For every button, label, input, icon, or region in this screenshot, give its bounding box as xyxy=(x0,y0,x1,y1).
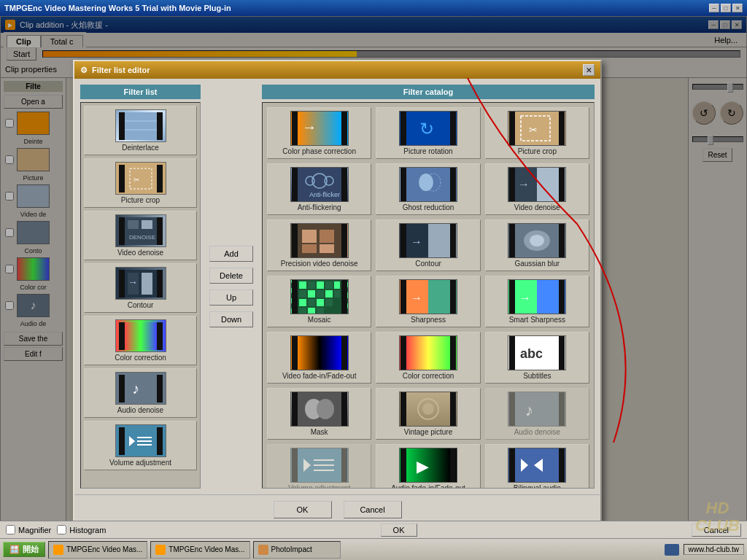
svg-text:→: → xyxy=(518,178,530,190)
catalog-item-videodenoise[interactable]: → Video denoise xyxy=(485,163,589,215)
filter-list-item-contour[interactable]: → Contour xyxy=(84,263,197,313)
dialog-title-text: Filter list editor xyxy=(92,66,150,74)
svg-text:Anti-flicker: Anti-flicker xyxy=(309,191,340,198)
histogram-label[interactable]: Histogram xyxy=(57,525,106,534)
svg-rect-62 xyxy=(559,168,565,201)
down-button[interactable]: Down xyxy=(209,311,253,327)
ba-svg xyxy=(509,448,565,482)
catalog-label-volumeadj2: Volume adjustment xyxy=(288,484,350,489)
mo-svg xyxy=(292,280,347,314)
svg-rect-100 xyxy=(299,308,306,314)
svg-rect-50 xyxy=(341,168,347,201)
catalog-item-colorcorr2[interactable]: Color correction xyxy=(376,332,480,384)
volumeadj-svg xyxy=(119,427,163,455)
svg-rect-96 xyxy=(299,299,306,306)
pictcrop-svg: ✂ xyxy=(119,165,163,192)
filter-list-item-pictcrop[interactable]: ✂ Picture crop xyxy=(84,158,197,208)
magnifier-checkbox[interactable] xyxy=(6,525,15,534)
catalog-item-vintagepicture[interactable]: Vintage picture xyxy=(376,388,480,440)
catalog-icon-subtitles: abc xyxy=(508,335,566,370)
af-svg: Anti-flicker xyxy=(292,168,347,201)
svg-text:→: → xyxy=(411,236,422,248)
filter-list-item-audiodenoise[interactable]: ♪ Audio denoise xyxy=(84,368,197,418)
vd-svg: → xyxy=(509,168,565,201)
app-close-btn[interactable]: ✕ xyxy=(732,4,743,12)
svg-rect-104 xyxy=(450,280,456,314)
svg-rect-149 xyxy=(559,448,565,482)
pr-svg: ↻ xyxy=(400,112,456,145)
catalog-icon-contour: → xyxy=(399,223,457,258)
svg-rect-14 xyxy=(142,220,152,229)
catalog-item-antiflicker[interactable]: Anti-flicker Anti-flickering xyxy=(267,163,371,215)
catalog-item-ghostreduce[interactable]: Ghost reduction xyxy=(376,163,480,215)
svg-rect-66 xyxy=(292,224,298,257)
svg-rect-135 xyxy=(515,392,559,426)
filter-list-item-volumeadj[interactable]: Volume adjustment xyxy=(84,421,197,470)
taskbar-task-1[interactable]: TMPGEnc Video Mas... xyxy=(48,541,147,559)
up-button[interactable]: Up xyxy=(209,289,253,306)
catalog-item-mask[interactable]: Mask xyxy=(267,388,371,440)
app-minimize-btn[interactable]: ─ xyxy=(709,4,719,12)
svg-text:→: → xyxy=(128,276,138,288)
catalog-scroll[interactable]: → Color phase correction xyxy=(262,102,595,489)
add-button[interactable]: Add xyxy=(209,246,253,262)
catalog-item-subtitles[interactable]: abc Subtitles xyxy=(485,332,589,384)
catalog-icon-smartsharpness: → xyxy=(508,279,566,314)
catalog-item-pictrotation[interactable]: ↻ Picture rotation xyxy=(376,107,480,159)
filter-list-scroll[interactable]: Deinterlace ✂ xyxy=(80,102,201,489)
app-window: TMPGEnc Video Mastering Works 5 Trial wi… xyxy=(0,0,747,560)
svg-rect-91 xyxy=(299,290,306,298)
system-clock: www.hd-club.tw xyxy=(684,544,744,555)
filter-list-item-deinterlace[interactable]: Deinterlace xyxy=(84,106,197,155)
start-button[interactable]: 🪟 開始 xyxy=(3,542,45,557)
catalog-item-bilingualaudio[interactable]: Bilingual audio xyxy=(485,444,589,489)
svg-rect-116 xyxy=(400,336,406,370)
svg-text:DENOISE: DENOISE xyxy=(129,234,155,241)
ok-button[interactable]: OK xyxy=(274,501,332,518)
filter-list-item-videodenoise[interactable]: DENOISE Video denoise xyxy=(84,211,197,260)
catalog-grid: → Color phase correction xyxy=(267,107,589,489)
svg-rect-119 xyxy=(509,336,515,370)
catalog-item-precisiondenoise[interactable]: Precision video denoise xyxy=(267,219,371,271)
svg-rect-0 xyxy=(119,112,125,140)
catalog-item-audiofade[interactable]: ▶ Audio fade-in/Fade-out xyxy=(376,444,480,489)
svg-rect-20 xyxy=(142,273,152,295)
catalog-item-mosaic[interactable]: Mosaic xyxy=(267,276,371,327)
catalog-item-sharpness[interactable]: → Sharpness xyxy=(376,276,480,327)
app-maximize-btn[interactable]: □ xyxy=(721,4,731,12)
filter-list-item-colorcorr[interactable]: Color correction xyxy=(84,316,197,365)
svg-rect-67 xyxy=(341,224,347,257)
taskbar-task-2[interactable]: TMPGEnc Video Mas... xyxy=(150,541,249,559)
catalog-item-gaussianblur[interactable]: Gaussian blur xyxy=(485,219,589,271)
filter-catalog-panel: Filter catalog xyxy=(262,85,595,489)
catalog-icon-audiofade: ▶ xyxy=(399,448,457,483)
svg-rect-92 xyxy=(308,290,315,298)
catalog-item-pictcrop[interactable]: ✂ Picture crop xyxy=(485,107,589,159)
catalog-item-audiodenoise2[interactable]: ♪ Audio denoise xyxy=(485,388,589,440)
filter-icon-volumeadj xyxy=(115,424,166,457)
delete-button[interactable]: Delete xyxy=(209,268,253,284)
taskbar-task-3[interactable]: PhotoImpact xyxy=(253,541,341,559)
catalog-item-videofade[interactable]: Video fade-in/Fade-out xyxy=(267,332,371,384)
catalog-item-smartsharpness[interactable]: → Smart Sharpness xyxy=(485,276,589,327)
task-icon-1 xyxy=(53,545,63,555)
bottom-ok-button[interactable]: OK xyxy=(381,524,417,537)
catalog-item-volumeadj2[interactable]: Volume adjustment xyxy=(267,444,371,489)
svg-rect-17 xyxy=(157,270,163,298)
filter-label-pictcrop: Picture crop xyxy=(121,196,160,204)
svg-rect-72 xyxy=(320,244,334,253)
catalog-item-contour[interactable]: → Contour xyxy=(376,219,480,271)
cancel-button[interactable]: Cancel xyxy=(344,501,402,518)
svg-rect-10 xyxy=(119,217,125,245)
catalog-icon-ghostreduce xyxy=(399,167,457,202)
dialog-close-button[interactable]: ✕ xyxy=(583,64,595,76)
svg-text:♪: ♪ xyxy=(525,401,533,419)
dialog-icon: ⚙ xyxy=(80,66,88,75)
catalog-label-sharpness: Sharpness xyxy=(411,316,446,324)
histogram-checkbox[interactable] xyxy=(57,525,66,534)
catalog-item-colorphasecorr[interactable]: → Color phase correction xyxy=(267,107,371,159)
svg-rect-11 xyxy=(157,217,163,245)
magnifier-label[interactable]: Magnifier xyxy=(6,525,51,534)
catalog-icon-vintagepicture xyxy=(399,392,457,427)
svg-rect-133 xyxy=(509,392,515,426)
